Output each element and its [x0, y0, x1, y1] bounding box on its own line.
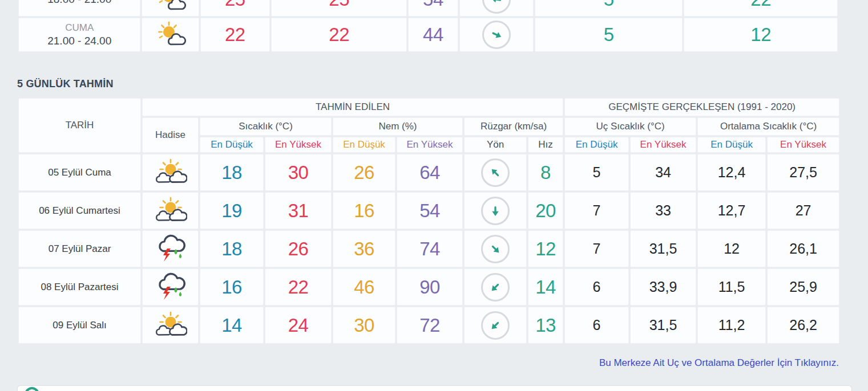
wind-direction-icon — [481, 311, 510, 340]
hourly-wind-speed: 5 — [535, 0, 683, 17]
thunderstorm-icon — [155, 233, 187, 263]
header-avg-max: En Yüksek — [767, 137, 839, 153]
sun-behind-cloud-icon — [155, 0, 186, 13]
average-min-value: 11,5 — [697, 268, 766, 306]
wind-speed-value: 8 — [528, 154, 563, 191]
wind-direction-icon — [481, 158, 510, 187]
header-condition: Hadise — [142, 117, 199, 153]
hourly-period: CUMA 21.00 - 24.00 — [18, 18, 140, 52]
extreme-min-value: 6 — [564, 307, 629, 344]
extreme-max-value: 31,5 — [630, 230, 696, 267]
time-range: 18.00 - 21.00 — [19, 0, 140, 6]
hourly-humidity: 44 — [408, 18, 458, 52]
hourly-row: CUMA 21.00 - 24.00 22 22 44 — [18, 18, 838, 52]
table-row: 06 Eylül Cumartesi 19 31 16 54 20 7 33 1… — [18, 192, 839, 229]
header-average-temperature: Ortalama Sıcaklık (°C) — [697, 117, 839, 136]
header-date: TARİH — [18, 98, 141, 153]
header-hum-min: En Düşük — [333, 137, 395, 153]
forecast-condition — [142, 268, 199, 306]
sun-two-clouds-icon — [154, 158, 187, 185]
sun-two-clouds-icon — [154, 196, 187, 223]
header-temp-max: En Yüksek — [265, 137, 332, 153]
forecast-date: 09 Eylül Salı — [18, 307, 141, 344]
header-ext-max: En Yüksek — [630, 137, 696, 153]
temp-max-value: 26 — [265, 230, 332, 267]
temp-max-value: 22 — [265, 268, 332, 306]
header-wind: Rüzgar (km/sa) — [464, 117, 563, 136]
extreme-min-value: 5 — [564, 154, 629, 191]
hourly-temperature: 22 — [200, 18, 270, 52]
humidity-max-value: 72 — [397, 307, 463, 344]
hourly-humidity: 54 — [408, 0, 458, 17]
average-max-value: 26,1 — [767, 230, 839, 267]
sun-behind-cloud-icon — [155, 19, 186, 48]
average-min-value: 11,2 — [697, 307, 766, 344]
hourly-wind-direction — [459, 18, 534, 52]
footer-link-row: Bu Merkeze Ait Uç ve Ortalama Değerler İ… — [17, 357, 839, 369]
sun-two-clouds-icon — [154, 311, 187, 338]
temp-min-value: 18 — [200, 230, 264, 267]
hourly-row: 18.00 - 21.00 25 25 54 5 2 — [18, 0, 838, 17]
forecast-condition — [142, 192, 199, 229]
wind-direction-cell — [464, 307, 527, 344]
humidity-max-value: 54 — [397, 192, 463, 229]
hourly-period: 18.00 - 21.00 — [18, 0, 140, 17]
hourly-feels-like: 22 — [271, 18, 407, 52]
temp-max-value: 30 — [265, 154, 332, 191]
hourly-forecast-table: 18.00 - 21.00 25 25 54 5 2 — [17, 0, 839, 55]
header-wind-direction: Yön — [464, 137, 527, 153]
extreme-max-value: 33 — [630, 192, 696, 229]
temp-max-value: 24 — [265, 307, 332, 344]
humidity-min-value: 36 — [333, 230, 395, 267]
hourly-wind-direction — [459, 0, 534, 17]
extreme-max-value: 34 — [630, 154, 696, 191]
wind-speed-value: 12 — [528, 230, 563, 267]
wind-direction-cell — [464, 154, 527, 191]
forecast-date: 08 Eylül Pazartesi — [18, 268, 141, 306]
temp-min-value: 16 — [200, 268, 264, 306]
hourly-max-wind-speed: 22 — [684, 0, 838, 17]
extreme-max-value: 33,9 — [630, 268, 696, 306]
header-avg-min: En Düşük — [697, 137, 766, 153]
humidity-min-value: 16 — [333, 192, 395, 229]
time-range: 21.00 - 24.00 — [19, 34, 140, 48]
day-label: CUMA — [19, 22, 140, 34]
clock-icon — [25, 387, 39, 391]
wind-direction-icon — [481, 235, 510, 263]
wind-speed-value: 20 — [528, 192, 563, 229]
extreme-min-value: 7 — [564, 230, 629, 267]
weather-forecast-page: 18.00 - 21.00 25 25 54 5 2 — [17, 0, 839, 369]
hourly-feels-like: 25 — [271, 0, 407, 17]
wind-speed-value: 13 — [528, 307, 563, 344]
average-max-value: 27,5 — [767, 154, 839, 191]
header-extreme-temperature: Uç Sıcaklık (°C) — [564, 117, 696, 136]
table-row: 09 Eylül Salı 14 24 30 72 13 6 31,5 11,2… — [18, 307, 839, 344]
humidity-max-value: 74 — [397, 230, 463, 267]
header-hum-max: En Yüksek — [397, 137, 463, 153]
temp-min-value: 18 — [200, 154, 264, 191]
bottom-widget-bar — [17, 385, 852, 391]
average-max-value: 27 — [767, 192, 839, 229]
hourly-condition — [142, 18, 199, 52]
humidity-min-value: 26 — [333, 154, 395, 191]
humidity-max-value: 64 — [397, 154, 463, 191]
hourly-temperature: 25 — [200, 0, 270, 17]
extremes-averages-link[interactable]: Bu Merkeze Ait Uç ve Ortalama Değerler İ… — [599, 357, 839, 368]
header-temp-min: En Düşük — [200, 137, 264, 153]
extreme-min-value: 6 — [564, 268, 629, 306]
forecast-date: 07 Eylül Pazar — [18, 230, 141, 267]
table-row: 05 Eylül Cuma 18 30 26 64 8 5 34 12,4 27… — [18, 154, 839, 191]
header-row-groups: TARİH TAHMİN EDİLEN GEÇMİŞTE GERÇEKLEŞEN… — [18, 98, 839, 116]
forecast-date: 05 Eylül Cuma — [18, 154, 141, 191]
average-max-value: 25,9 — [767, 268, 839, 306]
hourly-wind-speed: 5 — [535, 18, 683, 52]
temp-max-value: 31 — [265, 192, 332, 229]
header-wind-speed: Hız — [528, 137, 563, 153]
table-row: 08 Eylül Pazartesi 16 22 46 90 14 6 33,9… — [18, 268, 839, 306]
extreme-max-value: 31,5 — [630, 307, 696, 344]
five-day-forecast-table: TARİH TAHMİN EDİLEN GEÇMİŞTE GERÇEKLEŞEN… — [17, 97, 841, 345]
average-min-value: 12 — [697, 230, 766, 267]
header-temperature: Sıcaklık (°C) — [200, 117, 332, 136]
header-row-minmax: En Düşük En Yüksek En Düşük En Yüksek Yö… — [18, 137, 839, 153]
wind-speed-value: 14 — [528, 268, 563, 306]
